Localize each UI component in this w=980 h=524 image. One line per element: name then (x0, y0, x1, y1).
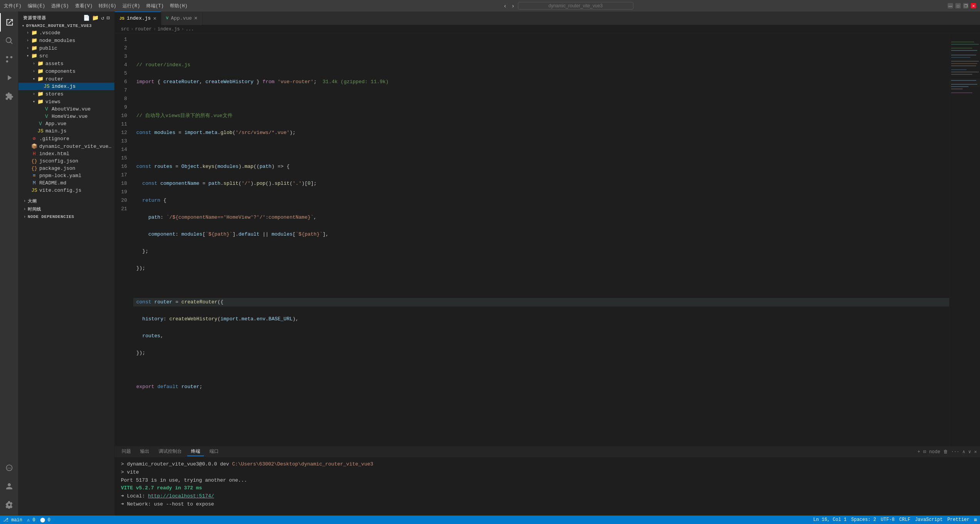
breadcrumb-sep: › (181, 27, 184, 32)
tab-index-js[interactable]: JS index.js ✕ (115, 12, 161, 25)
timeline-header[interactable]: › 时间线 (18, 205, 114, 213)
chevron-right-icon: › (31, 92, 37, 96)
collapse-all-icon[interactable]: ⊟ (107, 15, 110, 21)
code-content[interactable]: // router/index.js import { createRouter… (133, 34, 949, 446)
activity-remote[interactable] (0, 459, 18, 477)
status-warnings[interactable]: ⬤ 0 (40, 517, 50, 523)
outline-header[interactable]: › 大纲 (18, 197, 114, 205)
minimize-button[interactable]: — (948, 3, 953, 8)
new-folder-icon[interactable]: 📁 (92, 15, 99, 21)
tree-about-view[interactable]: V AboutView.vue (18, 105, 114, 113)
restore-button[interactable]: ❐ (963, 3, 968, 8)
delete-terminal-icon[interactable]: 🗑 (943, 449, 948, 455)
menu-edit[interactable]: 编辑(E) (28, 3, 45, 9)
forward-button[interactable]: › (510, 2, 516, 10)
back-button[interactable]: ‹ (502, 2, 508, 10)
more-actions-icon[interactable]: ··· (951, 449, 960, 455)
tree-assets-folder[interactable]: › 📁 assets (18, 60, 114, 67)
terminal-content[interactable]: > dynamic_router_vite_vue3@0.0.0 dev C:\… (115, 457, 980, 516)
panel-tab-terminal[interactable]: 终端 (187, 447, 204, 456)
panel-down-icon[interactable]: ∨ (968, 449, 971, 455)
close-button[interactable]: ✕ (971, 3, 976, 8)
tree-src-folder[interactable]: ▾ 📁 src (18, 52, 114, 60)
tree-jsconfig[interactable]: {} jsconfig.json (18, 157, 114, 165)
node-deps-header[interactable]: › NODE DEPENDENCIES (18, 213, 114, 220)
new-file-icon[interactable]: 📄 (83, 15, 90, 21)
breadcrumb-dots[interactable]: ... (186, 27, 194, 32)
svg-rect-20 (951, 89, 963, 89)
status-formatter[interactable]: Prettier (947, 517, 970, 522)
tree-gitignore[interactable]: ⊘ .gitignore (18, 135, 114, 142)
activity-extensions[interactable] (0, 87, 18, 105)
project-root[interactable]: ▾ DYNAMIC_ROUTER_VITE_VUE3 (18, 23, 114, 29)
json-file-icon: {} (31, 158, 38, 164)
status-errors[interactable]: ⚠ 0 (27, 517, 35, 523)
tree-package-json[interactable]: {} package.json (18, 165, 114, 172)
menu-terminal[interactable]: 终端(T) (146, 3, 164, 9)
activity-search[interactable] (0, 32, 18, 50)
breadcrumb-src[interactable]: src (121, 27, 129, 32)
tree-index-js[interactable]: JS index.js (18, 83, 114, 90)
terminal-node-label: node (929, 449, 940, 455)
status-eol[interactable]: CRLF (899, 517, 910, 522)
menu-goto[interactable]: 转到(G) (99, 3, 116, 9)
activity-explorer[interactable] (0, 13, 18, 32)
activity-settings[interactable] (0, 496, 18, 514)
global-search-input[interactable] (518, 2, 633, 10)
panel-tab-debug[interactable]: 调试控制台 (155, 447, 186, 456)
tree-pnpm-lock[interactable]: ≡ pnpm-lock.yaml (18, 172, 114, 179)
refresh-icon[interactable]: ↺ (101, 15, 104, 21)
tab-close-icon[interactable]: ✕ (153, 16, 156, 21)
tab-close-icon[interactable]: ✕ (194, 15, 197, 21)
maximize-button[interactable]: □ (955, 3, 961, 8)
tree-readme[interactable]: M README.md (18, 179, 114, 187)
tree-public-folder[interactable]: › 📁 public (18, 44, 114, 52)
tree-home-view[interactable]: V HomeView.vue (18, 113, 114, 120)
status-line-col[interactable]: Ln 16, Col 1 (813, 517, 846, 522)
chevron-right-icon: › (22, 215, 28, 219)
vue-file-icon: V (43, 114, 50, 119)
tree-components-folder[interactable]: › 📁 components (18, 67, 114, 75)
status-encoding[interactable]: UTF-8 (881, 517, 895, 522)
status-notification-icon[interactable]: ⊞ (974, 517, 977, 523)
activity-account[interactable] (0, 477, 18, 496)
menu-help[interactable]: 帮助(H) (170, 3, 188, 9)
tree-app-vue[interactable]: V App.vue (18, 120, 114, 127)
tree-vite-config[interactable]: JS vite.config.js (18, 187, 114, 194)
activity-run-debug[interactable] (0, 69, 18, 87)
panel-tab-problems[interactable]: 问题 (118, 447, 135, 456)
panel-tab-output[interactable]: 输出 (136, 447, 153, 456)
breadcrumb-indexjs[interactable]: index.js (157, 27, 180, 32)
status-language[interactable]: JavaScript (915, 517, 943, 522)
tree-main-js[interactable]: JS main.js (18, 127, 114, 135)
status-spaces[interactable]: Spaces: 2 (851, 517, 876, 522)
menu-view[interactable]: 查看(V) (75, 3, 93, 9)
code-line-10: return { (133, 196, 949, 205)
tree-views-folder[interactable]: ▾ 📁 views (18, 98, 114, 105)
new-terminal-icon[interactable]: + (917, 449, 920, 455)
split-terminal-icon[interactable]: ⊡ (923, 449, 926, 455)
breadcrumb-router[interactable]: router (135, 27, 152, 32)
folder-icon: 📁 (37, 91, 44, 97)
panel-close-icon[interactable]: ✕ (974, 449, 977, 455)
panel-up-icon[interactable]: ∧ (962, 449, 965, 455)
tree-node-modules-folder[interactable]: › 📁 node_modules (18, 37, 114, 44)
activity-source-control[interactable] (0, 50, 18, 69)
tree-index-html[interactable]: H index.html (18, 150, 114, 157)
status-branch[interactable]: ⎇ main (3, 517, 22, 523)
tab-app-vue[interactable]: V App.vue ✕ (161, 12, 203, 25)
tree-zip-file[interactable]: 📦 dynamic_router_vite_vue3.zip (18, 142, 114, 150)
tree-stores-folder[interactable]: › 📁 stores (18, 90, 114, 98)
panel-tab-ports[interactable]: 端口 (206, 447, 223, 456)
code-line-3: import { createRouter, createWebHistory … (133, 78, 949, 86)
tree-router-folder[interactable]: ▾ 📁 router (18, 75, 114, 83)
menu-select[interactable]: 选择(S) (51, 3, 69, 9)
menu-file[interactable]: 文件(F) (4, 3, 22, 9)
menu-run[interactable]: 运行(R) (122, 3, 140, 9)
project-name: DYNAMIC_ROUTER_VITE_VUE3 (26, 23, 114, 28)
code-line-8: const routes = Object.keys(modules).map(… (133, 162, 949, 171)
svg-point-2 (6, 56, 8, 59)
tree-vscode-folder[interactable]: › 📁 .vscode (18, 29, 114, 37)
code-editor[interactable]: 12345 678910 1112131415 1617181920 21 //… (115, 34, 949, 446)
breadcrumb-sep: › (153, 27, 156, 32)
